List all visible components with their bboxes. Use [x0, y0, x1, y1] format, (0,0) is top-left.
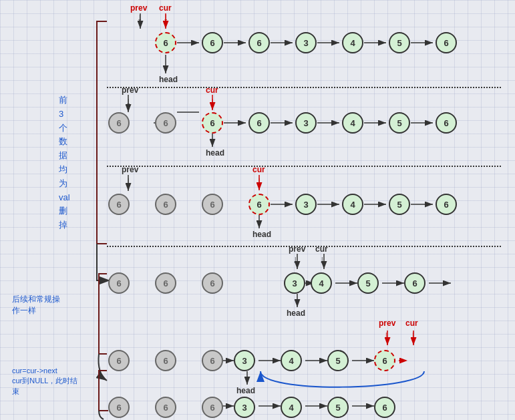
node-r4-7: 6: [404, 272, 425, 294]
prev-label-r2: prev: [122, 85, 138, 95]
node-r2-5: 3: [295, 112, 317, 134]
node-r3-4: 6: [248, 194, 270, 215]
cur-label-r5: cur: [405, 319, 418, 328]
node-r1-2: 6: [202, 32, 223, 53]
node-r2-4: 6: [248, 112, 270, 134]
prev-arrow-r4: ↓: [293, 254, 298, 266]
node-r3-1: 6: [108, 194, 130, 215]
head-label-r3: head: [252, 230, 271, 239]
node-r6-2: 6: [155, 397, 176, 418]
node-r6-4: 3: [234, 397, 255, 418]
node-r3-3: 6: [202, 194, 223, 215]
node-r6-7: 6: [374, 397, 395, 418]
node-r1-6: 5: [389, 32, 410, 53]
cur-label-r2: cur: [206, 85, 218, 95]
node-r1-4: 3: [295, 32, 317, 53]
prev-label-r3: prev: [122, 165, 138, 174]
node-r6-3: 6: [202, 397, 223, 418]
cur-arrow-r3: ↓: [256, 175, 262, 187]
cur-arrow-r2: ↓: [210, 95, 215, 108]
head-label-r4: head: [287, 308, 305, 318]
node-r1-5: 4: [342, 32, 363, 53]
node-r2-8: 6: [436, 112, 457, 134]
bottom-label: cur=cur->nextcur到NULL，此时结束: [12, 366, 79, 397]
node-r5-1: 6: [108, 350, 130, 371]
node-r5-5: 4: [281, 350, 302, 371]
node-r3-5: 3: [295, 194, 317, 215]
separator-1: [107, 87, 501, 88]
node-r4-2: 6: [155, 272, 176, 294]
node-r5-6: 5: [327, 350, 349, 371]
node-r2-2: 6: [155, 112, 176, 134]
prev-arrow-r5: ↓: [383, 329, 389, 341]
node-r5-2: 6: [155, 350, 176, 371]
node-r1-7: 6: [436, 32, 457, 53]
node-r5-7: 6: [374, 350, 395, 371]
node-r2-7: 5: [389, 112, 410, 134]
separator-2: [107, 166, 501, 167]
node-r5-3: 6: [202, 350, 223, 371]
node-r4-4: 3: [284, 272, 305, 294]
node-r2-6: 4: [342, 112, 363, 134]
cur-arrow-r1: ↓: [163, 11, 168, 23]
prev-label-r4: prev: [289, 244, 305, 254]
node-r6-6: 5: [327, 397, 349, 418]
head-label-r5: head: [236, 386, 255, 395]
main-canvas: prev cur ↓ ↓ 6 6 6 3 4 5 6 head prev ↓ c…: [0, 0, 515, 420]
side-label-2: 后续和常规操作一样: [12, 294, 62, 317]
node-r3-7: 5: [389, 194, 410, 215]
node-r6-5: 4: [281, 397, 302, 418]
prev-arrow-r1: ↓: [137, 11, 142, 23]
node-r2-3: 6: [202, 112, 223, 134]
node-r5-4: 3: [234, 350, 255, 371]
node-r6-1: 6: [108, 397, 130, 418]
cur-label-r3: cur: [252, 165, 265, 174]
node-r4-5: 4: [311, 272, 332, 294]
node-r2-1: 6: [108, 112, 130, 134]
node-r1-1: 6: [155, 32, 176, 53]
node-r3-6: 4: [342, 194, 363, 215]
prev-label-r5: prev: [379, 319, 395, 328]
prev-arrow-r2: ↓: [126, 95, 131, 108]
head-label-r1: head: [159, 75, 178, 84]
cur-arrow-r4: ↓: [319, 254, 325, 266]
node-r3-2: 6: [155, 194, 176, 215]
prev-arrow-r3: ↓: [126, 175, 131, 187]
node-r4-1: 6: [108, 272, 130, 294]
node-r1-3: 6: [248, 32, 270, 53]
cur-arrow-r5: ↓: [410, 329, 415, 341]
head-label-r2: head: [206, 148, 224, 158]
node-r4-3: 6: [202, 272, 223, 294]
node-r4-6: 5: [357, 272, 379, 294]
cur-label-r4: cur: [315, 244, 328, 254]
node-r3-8: 6: [436, 194, 457, 215]
side-label-1: 前3个数据均为val删掉: [59, 93, 96, 232]
